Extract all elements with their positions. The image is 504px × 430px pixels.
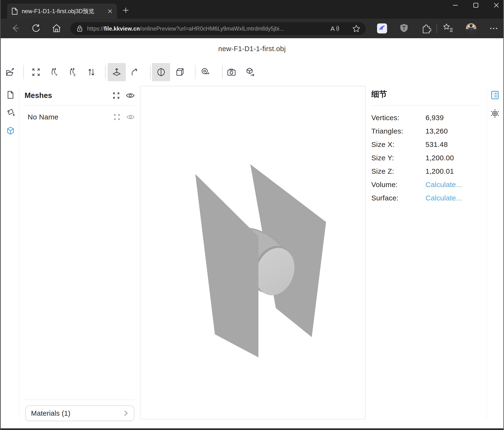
toolbar-separator	[436, 24, 437, 33]
svg-text:A: A	[331, 25, 335, 32]
plane-left	[195, 174, 258, 357]
visibility-mesh-icon[interactable]	[126, 114, 135, 120]
model-viewport[interactable]	[140, 86, 365, 419]
materials-divider	[25, 400, 135, 400]
meshes-header: Meshes	[25, 91, 52, 100]
thunder-extension-icon[interactable]	[377, 23, 387, 34]
refresh-icon[interactable]	[31, 23, 41, 33]
materials-label: Materials (1)	[31, 410, 70, 417]
calculate-surface-link[interactable]: Calculate...	[425, 194, 462, 202]
url-text: https://file.kkview.cn/onlinePreview?url…	[87, 26, 284, 32]
meshes-divider	[25, 105, 135, 106]
window-controls	[452, 2, 500, 9]
details-header: 细节	[371, 89, 387, 100]
visibility-all-icon[interactable]	[126, 92, 135, 99]
new-tab-button[interactable]	[122, 7, 129, 14]
orbit-button[interactable]	[126, 63, 144, 81]
viewer-toolbar-separator	[105, 65, 106, 79]
tab-bar: new-F1-D1-1-first.obj3D预览	[0, 0, 504, 19]
details-rows: Vertices: 6,939 Triangles: 13,260 Size X…	[371, 111, 481, 205]
page-title: new-F1-D1-1-first.obj	[1, 45, 503, 53]
read-aloud-icon[interactable]: A	[330, 25, 340, 33]
svg-text:Z: Z	[73, 73, 75, 77]
mesh-name: No Name	[28, 113, 58, 121]
meshes-header-row: Meshes	[25, 90, 135, 101]
detail-row-size-x: Size X: 531.48	[371, 138, 481, 151]
fit-to-view-button[interactable]	[27, 63, 45, 81]
close-button[interactable]	[493, 2, 500, 9]
tab-close-icon[interactable]	[107, 9, 113, 14]
browser-window: new-F1-D1-1-first.obj3D预览	[0, 0, 504, 430]
details-divider	[371, 105, 480, 106]
bounding-box-button[interactable]	[171, 63, 189, 81]
more-menu-icon[interactable]	[489, 23, 498, 34]
export-model-button[interactable]	[241, 63, 259, 81]
materials-button[interactable]: Materials (1)	[25, 405, 134, 421]
open-file-button[interactable]	[1, 63, 19, 81]
collections-icon[interactable]	[443, 23, 454, 33]
browser-tab[interactable]: new-F1-D1-1-first.obj3D预览	[7, 4, 117, 19]
right-strip-divider	[486, 86, 487, 420]
viewer-toolbar-separator	[195, 65, 195, 79]
sidebar-item-model-tree[interactable]	[1, 126, 20, 136]
shading-solid-button[interactable]	[152, 63, 170, 81]
detail-row-size-z: Size Z: 1,200.01	[371, 165, 481, 178]
svg-text:Y: Y	[55, 73, 57, 77]
detail-row-volume: Volume: Calculate...	[371, 178, 481, 191]
calculate-volume-link[interactable]: Calculate...	[425, 181, 462, 189]
tab-title: new-F1-D1-1-first.obj3D预览	[22, 7, 94, 15]
snapshot-button[interactable]	[222, 63, 241, 81]
settings-gear-icon[interactable]	[486, 108, 503, 119]
viewer-toolbar-separator	[150, 65, 151, 79]
tampermonkey-extension-icon[interactable]	[399, 23, 409, 33]
detail-row-vertices: Vertices: 6,939	[371, 111, 481, 124]
move-model-button[interactable]	[108, 63, 126, 81]
sidebar-item-file-info[interactable]	[1, 90, 20, 99]
flip-vertical-button[interactable]	[82, 63, 100, 81]
sidebar-item-materials[interactable]	[1, 108, 20, 118]
model-3d	[140, 86, 365, 419]
details-list-button[interactable]	[486, 90, 503, 100]
lock-icon	[76, 25, 84, 33]
favorite-star-icon[interactable]	[352, 24, 360, 33]
rotate-z-button[interactable]: Z	[64, 63, 82, 81]
page-favicon-icon	[11, 8, 18, 15]
avatar[interactable]	[466, 23, 477, 34]
back-icon[interactable]	[10, 23, 21, 33]
address-bar[interactable]: https://file.kkview.cn/onlinePreview?url…	[70, 22, 366, 35]
mesh-list-item[interactable]: No Name	[28, 112, 135, 122]
puzzle-extensions-icon[interactable]	[421, 23, 431, 33]
home-icon[interactable]	[51, 23, 62, 33]
window-bottom-border	[0, 428, 504, 430]
rotate-y-button[interactable]: Y	[45, 63, 64, 81]
measure-button[interactable]	[196, 63, 215, 81]
detail-row-size-y: Size Y: 1,200.00	[371, 151, 481, 165]
fit-all-icon[interactable]	[112, 92, 120, 99]
maximize-button[interactable]	[472, 2, 479, 9]
viewer-page: new-F1-D1-1-first.obj Y Z	[1, 38, 503, 428]
detail-row-triangles: Triangles: 13,260	[371, 124, 481, 138]
fit-mesh-icon[interactable]	[113, 113, 120, 121]
chevron-right-icon	[123, 409, 129, 417]
detail-row-surface: Surface: Calculate...	[371, 191, 481, 205]
minimize-button[interactable]	[452, 2, 459, 9]
sidebar-divider	[19, 86, 19, 420]
viewer-toolbar-separator	[23, 65, 24, 79]
